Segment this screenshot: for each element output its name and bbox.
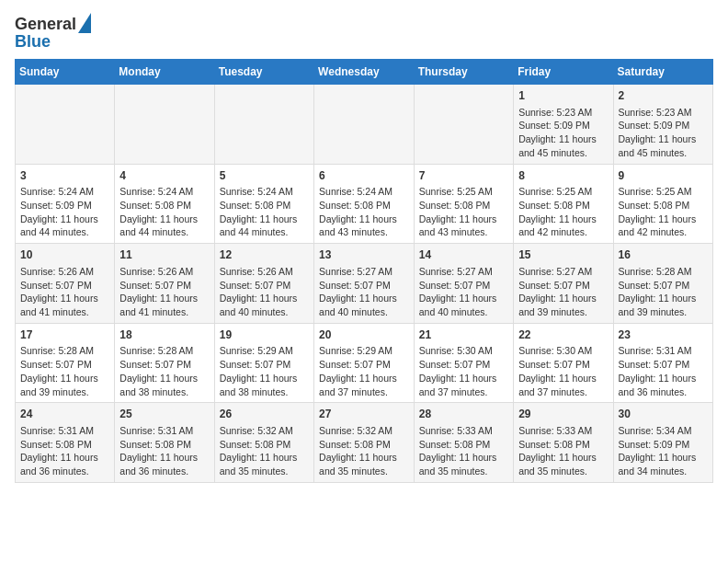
day-number: 5 [220,168,309,184]
day-info: Sunrise: 5:26 AM Sunset: 5:07 PM Dayligh… [220,265,309,319]
calendar-cell: 7Sunrise: 5:25 AM Sunset: 5:08 PM Daylig… [414,164,513,244]
day-info: Sunrise: 5:27 AM Sunset: 5:07 PM Dayligh… [319,265,409,319]
day-number: 3 [20,168,109,184]
day-info: Sunrise: 5:31 AM Sunset: 5:08 PM Dayligh… [119,424,209,478]
calendar-table: SundayMondayTuesdayWednesdayThursdayFrid… [15,59,713,483]
day-info: Sunrise: 5:32 AM Sunset: 5:08 PM Dayligh… [220,424,309,478]
calendar-cell [115,85,214,165]
day-info: Sunrise: 5:25 AM Sunset: 5:08 PM Dayligh… [419,185,508,239]
logo-blue-text: Blue [15,32,51,52]
day-header-monday: Monday [115,60,214,85]
day-info: Sunrise: 5:28 AM Sunset: 5:07 PM Dayligh… [20,344,109,398]
calendar-cell [16,85,115,165]
day-info: Sunrise: 5:26 AM Sunset: 5:07 PM Dayligh… [20,265,109,319]
page-header: General Blue [15,15,713,52]
day-info: Sunrise: 5:24 AM Sunset: 5:08 PM Dayligh… [319,185,409,239]
calendar-cell: 20Sunrise: 5:29 AM Sunset: 5:07 PM Dayli… [314,323,415,403]
day-info: Sunrise: 5:29 AM Sunset: 5:07 PM Dayligh… [220,344,309,398]
calendar-cell: 17Sunrise: 5:28 AM Sunset: 5:07 PM Dayli… [16,323,115,403]
calendar-cell: 18Sunrise: 5:28 AM Sunset: 5:07 PM Dayli… [115,323,214,403]
calendar-cell: 15Sunrise: 5:27 AM Sunset: 5:07 PM Dayli… [514,244,613,324]
calendar-cell: 12Sunrise: 5:26 AM Sunset: 5:07 PM Dayli… [214,244,313,324]
day-info: Sunrise: 5:29 AM Sunset: 5:07 PM Dayligh… [319,344,409,398]
day-number: 13 [319,247,409,263]
day-number: 11 [119,247,209,263]
day-info: Sunrise: 5:24 AM Sunset: 5:08 PM Dayligh… [220,185,309,239]
day-info: Sunrise: 5:25 AM Sunset: 5:08 PM Dayligh… [518,185,608,239]
day-number: 24 [20,407,109,422]
calendar-cell [214,85,313,165]
day-header-saturday: Saturday [613,60,712,85]
day-number: 15 [518,247,608,263]
calendar-cell: 3Sunrise: 5:24 AM Sunset: 5:09 PM Daylig… [16,164,115,244]
day-header-wednesday: Wednesday [314,60,415,85]
day-number: 26 [220,407,309,422]
day-info: Sunrise: 5:31 AM Sunset: 5:08 PM Dayligh… [20,424,109,478]
calendar-cell: 27Sunrise: 5:32 AM Sunset: 5:08 PM Dayli… [314,403,415,483]
calendar-cell: 2Sunrise: 5:23 AM Sunset: 5:09 PM Daylig… [613,85,712,165]
day-number: 6 [319,168,409,184]
day-info: Sunrise: 5:33 AM Sunset: 5:08 PM Dayligh… [419,424,508,478]
day-number: 16 [619,247,708,263]
day-info: Sunrise: 5:32 AM Sunset: 5:08 PM Dayligh… [319,424,409,478]
calendar-cell: 19Sunrise: 5:29 AM Sunset: 5:07 PM Dayli… [214,323,313,403]
calendar-cell: 30Sunrise: 5:34 AM Sunset: 5:09 PM Dayli… [613,403,712,483]
day-number: 18 [119,327,209,343]
day-header-thursday: Thursday [414,60,513,85]
day-number: 14 [419,247,508,263]
day-number: 23 [619,327,708,343]
calendar-cell [314,85,415,165]
calendar-cell: 11Sunrise: 5:26 AM Sunset: 5:07 PM Dayli… [115,244,214,324]
calendar-week-row: 1Sunrise: 5:23 AM Sunset: 5:09 PM Daylig… [16,85,713,165]
calendar-cell: 25Sunrise: 5:31 AM Sunset: 5:08 PM Dayli… [115,403,214,483]
calendar-cell: 4Sunrise: 5:24 AM Sunset: 5:08 PM Daylig… [115,164,214,244]
calendar-cell [414,85,513,165]
day-number: 8 [518,168,608,184]
day-info: Sunrise: 5:25 AM Sunset: 5:08 PM Dayligh… [619,185,708,239]
calendar-cell: 13Sunrise: 5:27 AM Sunset: 5:07 PM Dayli… [314,244,415,324]
day-info: Sunrise: 5:31 AM Sunset: 5:07 PM Dayligh… [619,344,708,398]
day-info: Sunrise: 5:30 AM Sunset: 5:07 PM Dayligh… [419,344,508,398]
day-number: 30 [619,407,708,422]
calendar-cell: 28Sunrise: 5:33 AM Sunset: 5:08 PM Dayli… [414,403,513,483]
day-info: Sunrise: 5:28 AM Sunset: 5:07 PM Dayligh… [119,344,209,398]
day-number: 28 [419,407,508,422]
day-info: Sunrise: 5:28 AM Sunset: 5:07 PM Dayligh… [619,265,708,319]
calendar-cell: 8Sunrise: 5:25 AM Sunset: 5:08 PM Daylig… [514,164,613,244]
calendar-cell: 5Sunrise: 5:24 AM Sunset: 5:08 PM Daylig… [214,164,313,244]
calendar-week-row: 17Sunrise: 5:28 AM Sunset: 5:07 PM Dayli… [16,323,713,403]
day-number: 2 [619,88,708,104]
day-header-sunday: Sunday [16,60,115,85]
calendar-header-row: SundayMondayTuesdayWednesdayThursdayFrid… [16,60,713,85]
day-info: Sunrise: 5:23 AM Sunset: 5:09 PM Dayligh… [619,106,708,160]
day-number: 9 [619,168,708,184]
day-info: Sunrise: 5:24 AM Sunset: 5:08 PM Dayligh… [119,185,209,239]
day-info: Sunrise: 5:27 AM Sunset: 5:07 PM Dayligh… [419,265,508,319]
calendar-cell: 6Sunrise: 5:24 AM Sunset: 5:08 PM Daylig… [314,164,415,244]
day-number: 12 [220,247,309,263]
day-info: Sunrise: 5:27 AM Sunset: 5:07 PM Dayligh… [518,265,608,319]
day-number: 4 [119,168,209,184]
logo-triangle-icon [78,13,91,33]
calendar-cell: 29Sunrise: 5:33 AM Sunset: 5:08 PM Dayli… [514,403,613,483]
day-number: 17 [20,327,109,343]
day-number: 7 [419,168,508,184]
calendar-week-row: 3Sunrise: 5:24 AM Sunset: 5:09 PM Daylig… [16,164,713,244]
day-number: 22 [518,327,608,343]
day-header-tuesday: Tuesday [214,60,313,85]
day-number: 29 [518,407,608,422]
calendar-cell: 14Sunrise: 5:27 AM Sunset: 5:07 PM Dayli… [414,244,513,324]
calendar-cell: 10Sunrise: 5:26 AM Sunset: 5:07 PM Dayli… [16,244,115,324]
day-number: 19 [220,327,309,343]
day-number: 20 [319,327,409,343]
day-number: 1 [518,88,608,104]
day-number: 27 [319,407,409,422]
day-number: 10 [20,247,109,263]
day-info: Sunrise: 5:24 AM Sunset: 5:09 PM Dayligh… [20,185,109,239]
calendar-cell: 22Sunrise: 5:30 AM Sunset: 5:07 PM Dayli… [514,323,613,403]
calendar-cell: 26Sunrise: 5:32 AM Sunset: 5:08 PM Dayli… [214,403,313,483]
calendar-cell: 21Sunrise: 5:30 AM Sunset: 5:07 PM Dayli… [414,323,513,403]
day-info: Sunrise: 5:23 AM Sunset: 5:09 PM Dayligh… [518,106,608,160]
day-number: 21 [419,327,508,343]
day-info: Sunrise: 5:26 AM Sunset: 5:07 PM Dayligh… [119,265,209,319]
